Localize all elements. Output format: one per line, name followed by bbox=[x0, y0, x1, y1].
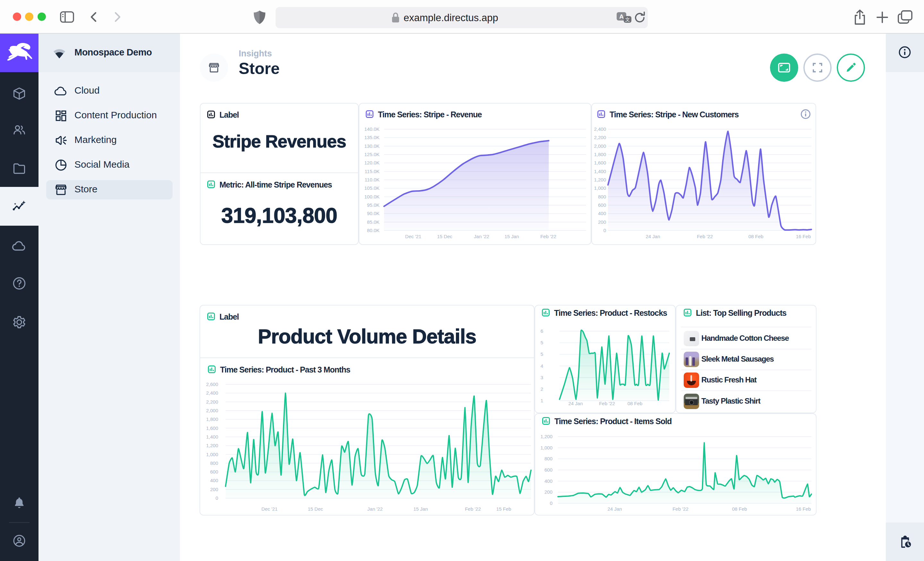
svg-text:600: 600 bbox=[210, 469, 218, 474]
svg-text:1,200: 1,200 bbox=[594, 177, 606, 183]
svg-text:400: 400 bbox=[210, 478, 218, 483]
svg-text:24 Jan: 24 Jan bbox=[645, 234, 660, 239]
svg-text:120.0K: 120.0K bbox=[364, 160, 380, 165]
svg-text:2,600: 2,600 bbox=[206, 381, 218, 387]
svg-text:0: 0 bbox=[216, 495, 218, 501]
svg-text:15 Jan: 15 Jan bbox=[413, 506, 428, 512]
svg-text:1,000: 1,000 bbox=[206, 452, 218, 457]
svg-text:2,200: 2,200 bbox=[594, 135, 606, 140]
svg-text:Feb '22: Feb '22 bbox=[672, 506, 688, 512]
svg-text:Feb '22: Feb '22 bbox=[540, 234, 556, 239]
svg-text:1,800: 1,800 bbox=[594, 152, 606, 157]
svg-text:400: 400 bbox=[598, 211, 606, 216]
svg-text:800: 800 bbox=[544, 456, 552, 461]
svg-text:16 Feb: 16 Feb bbox=[796, 234, 811, 239]
svg-text:1,400: 1,400 bbox=[594, 169, 606, 174]
svg-text:1,000: 1,000 bbox=[594, 185, 606, 191]
svg-text:1,000: 1,000 bbox=[540, 445, 552, 450]
svg-text:5: 5 bbox=[541, 340, 543, 345]
svg-text:2: 2 bbox=[541, 386, 543, 392]
svg-text:2,400: 2,400 bbox=[594, 126, 606, 132]
svg-text:15 Feb: 15 Feb bbox=[496, 506, 512, 512]
svg-text:1,400: 1,400 bbox=[206, 434, 218, 440]
svg-text:400: 400 bbox=[544, 478, 552, 484]
svg-text:140.0K: 140.0K bbox=[364, 126, 380, 132]
svg-text:1,200: 1,200 bbox=[540, 434, 552, 439]
svg-text:2,000: 2,000 bbox=[206, 408, 218, 413]
svg-text:Feb '22: Feb '22 bbox=[465, 506, 481, 512]
svg-text:2,200: 2,200 bbox=[206, 399, 218, 405]
svg-text:08 Feb: 08 Feb bbox=[748, 234, 764, 239]
svg-text:16 Feb: 16 Feb bbox=[796, 506, 811, 512]
svg-text:Feb '22: Feb '22 bbox=[599, 401, 615, 406]
svg-text:600: 600 bbox=[544, 467, 552, 473]
svg-text:600: 600 bbox=[598, 202, 606, 208]
svg-text:Jan '22: Jan '22 bbox=[474, 234, 489, 239]
svg-text:125.0K: 125.0K bbox=[364, 152, 380, 157]
svg-text:6: 6 bbox=[541, 328, 543, 334]
svg-text:Feb '22: Feb '22 bbox=[697, 234, 713, 239]
svg-text:Dec '21: Dec '21 bbox=[261, 506, 278, 512]
svg-text:1,800: 1,800 bbox=[206, 416, 218, 422]
svg-text:4: 4 bbox=[541, 363, 543, 369]
svg-text:24 Jan: 24 Jan bbox=[568, 401, 583, 406]
svg-text:2,400: 2,400 bbox=[206, 390, 218, 396]
svg-text:135.0K: 135.0K bbox=[364, 135, 380, 140]
svg-text:15 Dec: 15 Dec bbox=[308, 506, 323, 512]
svg-text:Jan '22: Jan '22 bbox=[368, 506, 383, 512]
svg-text:1: 1 bbox=[541, 398, 543, 403]
svg-text:800: 800 bbox=[598, 194, 606, 199]
svg-text:2,000: 2,000 bbox=[594, 143, 606, 149]
svg-text:08 Feb: 08 Feb bbox=[732, 506, 747, 512]
svg-text:105.0K: 105.0K bbox=[364, 185, 380, 191]
svg-text:800: 800 bbox=[210, 460, 218, 466]
svg-text:1,600: 1,600 bbox=[594, 160, 606, 165]
svg-text:0: 0 bbox=[603, 227, 606, 233]
svg-text:0: 0 bbox=[550, 500, 552, 506]
svg-text:08 Feb: 08 Feb bbox=[627, 401, 643, 406]
svg-text:200: 200 bbox=[210, 487, 218, 492]
svg-text:100.0K: 100.0K bbox=[364, 194, 380, 199]
svg-text:3: 3 bbox=[541, 375, 543, 380]
svg-text:5: 5 bbox=[541, 352, 543, 357]
svg-text:80.0K: 80.0K bbox=[367, 227, 380, 233]
svg-text:85.0K: 85.0K bbox=[367, 219, 380, 225]
svg-text:1,600: 1,600 bbox=[206, 425, 218, 431]
svg-text:200: 200 bbox=[544, 489, 552, 495]
svg-text:15 Jan: 15 Jan bbox=[504, 234, 519, 239]
svg-text:Dec '21: Dec '21 bbox=[405, 234, 421, 239]
svg-text:110.0K: 110.0K bbox=[365, 177, 380, 183]
svg-text:24 Jan: 24 Jan bbox=[608, 506, 622, 512]
svg-text:130.0K: 130.0K bbox=[364, 143, 380, 149]
svg-text:115.0K: 115.0K bbox=[365, 169, 380, 174]
svg-text:1,200: 1,200 bbox=[206, 443, 218, 448]
svg-text:15 Dec: 15 Dec bbox=[437, 234, 452, 239]
svg-text:90.0K: 90.0K bbox=[367, 211, 380, 216]
svg-text:95.0K: 95.0K bbox=[367, 202, 380, 208]
svg-text:200: 200 bbox=[598, 219, 606, 225]
